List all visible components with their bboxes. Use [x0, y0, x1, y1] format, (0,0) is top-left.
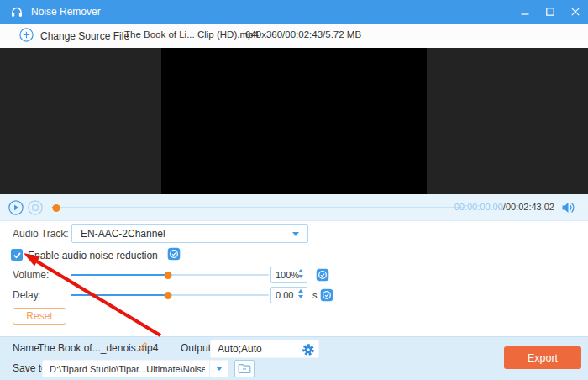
timeline-handle[interactable]: [52, 204, 60, 212]
volume-label: Volume:: [13, 269, 49, 281]
play-button[interactable]: [8, 200, 24, 215]
volume-spin-down-icon[interactable]: [298, 275, 303, 278]
video-frame[interactable]: [161, 48, 427, 194]
reset-button[interactable]: Reset: [13, 308, 66, 325]
time-display: 00:00:00.00/00:02:43.02: [454, 202, 554, 212]
export-label: Export: [528, 352, 558, 364]
title-bar: Noise Remover: [0, 0, 588, 24]
delay-spin-up-icon[interactable]: [298, 289, 303, 293]
headphones-icon: [10, 5, 24, 18]
output-label: Output:: [181, 342, 213, 354]
video-preview-area: [0, 48, 588, 194]
delay-apply-to-all-icon[interactable]: [320, 288, 333, 304]
window-title: Noise Remover: [31, 6, 101, 18]
close-button[interactable]: [563, 0, 588, 24]
toolbar: Change Source File The Book of Li... Cli…: [0, 24, 588, 48]
volume-slider-handle[interactable]: [165, 272, 172, 279]
change-source-file-label: Change Source File: [40, 30, 129, 42]
delay-spin-down-icon[interactable]: [298, 295, 303, 298]
noise-reduction-checkbox[interactable]: [11, 249, 23, 261]
folder-icon: [238, 363, 251, 374]
minimize-button[interactable]: [512, 0, 538, 24]
save-to-field[interactable]: [42, 360, 228, 377]
volume-spinner[interactable]: 100%: [270, 267, 307, 283]
output-bar: Name: The Book of..._denois.mp4 Output: …: [0, 336, 588, 380]
volume-spin-up-icon[interactable]: [298, 269, 303, 272]
save-to-input[interactable]: [50, 361, 205, 377]
delay-label: Delay:: [13, 289, 41, 301]
app-window: Noise Remover Change Source File The: [0, 0, 588, 380]
delay-slider-handle[interactable]: [165, 292, 172, 299]
settings-panel: Audio Track: EN-AAC-2Channel Enable audi…: [0, 221, 588, 336]
output-format-input[interactable]: [218, 340, 297, 357]
check-icon: [13, 251, 22, 260]
delay-spinner[interactable]: 0.00: [270, 287, 307, 303]
save-to-dropdown-button[interactable]: [209, 361, 228, 377]
stop-button[interactable]: [28, 200, 43, 215]
browse-folder-button[interactable]: [234, 360, 255, 377]
volume-slider[interactable]: [71, 274, 269, 276]
edit-name-icon[interactable]: [136, 341, 148, 356]
change-source-file-button[interactable]: Change Source File: [13, 27, 129, 45]
volume-slider-fill: [71, 274, 168, 276]
output-format-field[interactable]: [210, 340, 319, 358]
delay-slider-fill: [71, 294, 168, 296]
plus-circle-icon: [19, 28, 34, 45]
loaded-file-info: 640x360/00:02:43/5.72 MB: [245, 29, 361, 40]
volume-value: 100%: [276, 270, 299, 280]
playback-timeline[interactable]: [52, 207, 465, 208]
export-button[interactable]: Export: [504, 346, 581, 369]
delay-slider[interactable]: [71, 294, 269, 296]
loaded-file-name: The Book of Li... Clip (HD).mp4: [124, 29, 259, 40]
apply-to-all-icon[interactable]: [167, 247, 181, 263]
chevron-down-icon: [216, 367, 223, 371]
chevron-down-icon: [292, 232, 299, 236]
volume-speaker-icon[interactable]: [561, 201, 576, 217]
audio-track-dropdown[interactable]: EN-AAC-2Channel: [71, 224, 308, 243]
delay-value: 0.00: [276, 290, 293, 300]
reset-label: Reset: [26, 310, 52, 322]
noise-reduction-label: Enable audio noise reduction: [28, 250, 158, 261]
window-controls: [512, 0, 588, 24]
delay-unit-label: s: [312, 290, 318, 300]
audio-track-label: Audio Track:: [13, 228, 69, 240]
volume-apply-to-all-icon[interactable]: [316, 268, 329, 284]
current-time: 00:00:00.00: [454, 202, 503, 212]
maximize-button[interactable]: [538, 0, 563, 24]
total-time: 00:02:43.02: [506, 202, 554, 212]
audio-track-value: EN-AAC-2Channel: [81, 228, 165, 240]
gear-icon[interactable]: [302, 343, 315, 359]
